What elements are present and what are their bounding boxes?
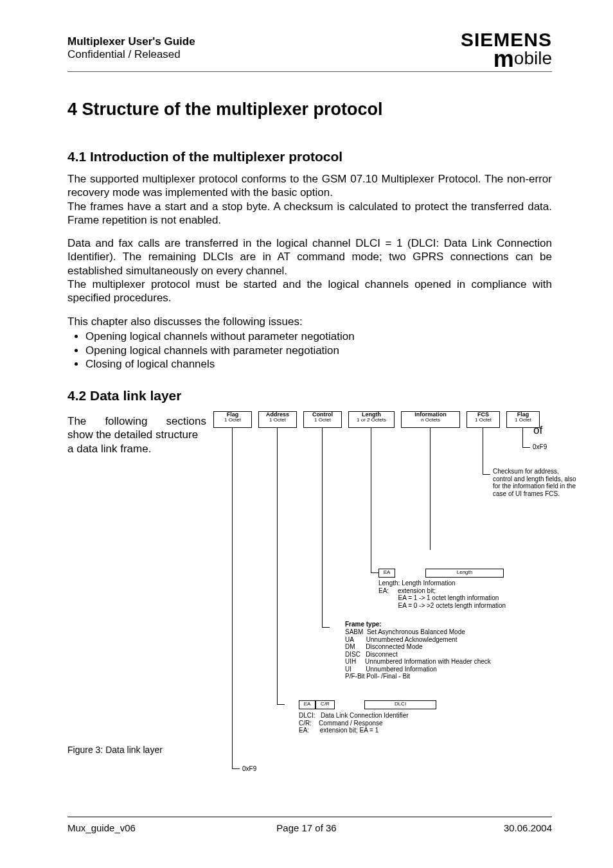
- box-address: Address1 Octet: [258, 411, 297, 428]
- box-information: Informationn Octets: [401, 411, 460, 428]
- para-protocol-intro: The supported multiplexer protocol confo…: [67, 172, 552, 227]
- header-rule: [67, 71, 552, 72]
- addr-note: DLCI: Data Link Connection Identifier C/…: [299, 712, 466, 734]
- figure-3-caption: Figure 3: Data link layer: [67, 745, 163, 755]
- flag-right-value: 0xF9: [533, 443, 547, 451]
- length-note: Length: Length Information EA: extension…: [378, 580, 546, 609]
- data-link-diagram: Flag1 Octet Address1 Octet Control1 Octe…: [213, 411, 549, 784]
- frame-type-title: Frame type:: [345, 621, 382, 628]
- box-control: Control1 Octet: [303, 411, 342, 428]
- doc-subtitle: Confidential / Released: [67, 48, 181, 60]
- length-sub-ea: EA: [378, 569, 395, 578]
- para-issues: This chapter also discusses the followin…: [67, 315, 552, 371]
- section-4-heading: 4 Structure of the multiplexer protocol: [67, 100, 383, 120]
- addr-sub-dlci: DLCI: [364, 700, 436, 709]
- section-4-2-heading: 4.2 Data link layer: [67, 388, 181, 403]
- issues-lead: This chapter also discusses the followin…: [67, 315, 303, 328]
- para-42-intro: The following sections show the detailed…: [67, 414, 206, 456]
- box-fcs: FCS1 Octet: [466, 411, 500, 428]
- footer-rule: [67, 817, 552, 817]
- bullet-closing: Closing of logical channels: [85, 357, 552, 371]
- addr-sub-cr: C/R: [315, 700, 335, 709]
- box-length: Length1 or 2 Octets: [348, 411, 395, 428]
- addr-sub-ea: EA: [299, 700, 315, 709]
- footer-right: 30.06.2004: [504, 822, 552, 833]
- flag-left-value: 0xF9: [242, 765, 256, 773]
- section-4-1-heading: 4.1 Introduction of the multiplexer prot…: [67, 149, 342, 164]
- brand-logo: SIEMENS mobile: [461, 31, 552, 69]
- para-dlci: Data and fax calls are transferred in th…: [67, 236, 552, 305]
- bullet-open-with-neg: Opening logical channels with parameter …: [85, 344, 552, 357]
- length-sub-length: Length: [425, 569, 504, 578]
- doc-title: Multiplexer User's Guide: [67, 35, 195, 48]
- box-flag-left: Flag1 Octet: [213, 411, 252, 428]
- brand-mobile: mobile: [461, 48, 552, 69]
- box-flag-right: Flag1 Octet: [506, 411, 540, 428]
- frame-type-list: SABM Set Asynchronous Balanced Mode UA U…: [345, 628, 551, 680]
- fcs-note: Checksum for address, control and length…: [493, 468, 576, 497]
- bullet-open-no-neg: Opening logical channels without paramet…: [85, 330, 552, 343]
